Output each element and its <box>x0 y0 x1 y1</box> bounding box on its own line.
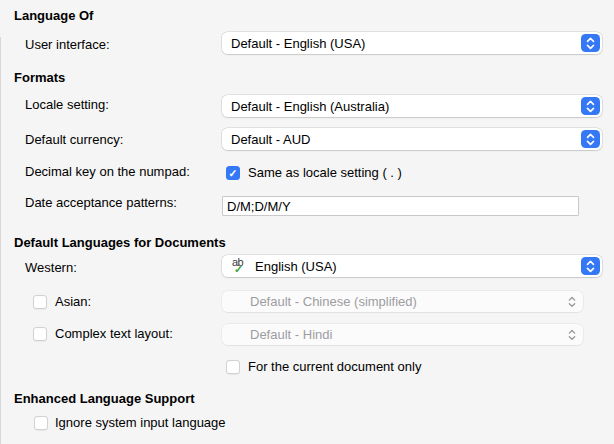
ignore-system-input-checkbox[interactable] <box>34 416 48 430</box>
user-interface-select[interactable]: Default - English (USA) <box>222 32 602 54</box>
current-document-only-checkbox[interactable] <box>226 360 240 374</box>
complex-text-layout-select: Default - Hindi <box>222 324 583 345</box>
chevron-up-down-icon <box>581 257 600 275</box>
section-heading-formats: Formats <box>14 70 65 85</box>
default-currency-select[interactable]: Default - AUD <box>222 128 602 150</box>
section-heading-language-of: Language Of <box>14 8 93 23</box>
section-heading-enhanced-language-support: Enhanced Language Support <box>14 391 195 406</box>
complex-text-layout-label: Complex text layout: <box>55 326 173 341</box>
decimal-key-label: Decimal key on the numpad: <box>25 164 190 179</box>
complex-text-layout-checkbox[interactable] <box>33 327 47 341</box>
same-as-locale-label: Same as locale setting ( . ) <box>248 165 402 180</box>
default-currency-label: Default currency: <box>25 132 123 147</box>
user-interface-select-value: Default - English (USA) <box>231 36 365 51</box>
current-document-only-label: For the current document only <box>248 359 421 374</box>
abc-spellcheck-icon: ab ✓ <box>231 258 249 275</box>
chevron-up-down-icon <box>562 326 581 343</box>
chevron-up-down-icon <box>562 293 581 310</box>
locale-setting-label: Locale setting: <box>25 97 109 112</box>
asian-select-value: Default - Chinese (simplified) <box>250 294 417 309</box>
complex-text-layout-select-value: Default - Hindi <box>250 327 332 342</box>
western-label: Western: <box>25 260 77 275</box>
chevron-up-down-icon <box>581 97 600 115</box>
chevron-up-down-icon <box>581 130 600 148</box>
panel-left-border <box>0 37 1 444</box>
default-currency-select-value: Default - AUD <box>231 132 310 147</box>
western-select[interactable]: ab ✓ English (USA) <box>222 255 602 277</box>
date-patterns-input[interactable] <box>222 196 579 216</box>
locale-setting-select[interactable]: Default - English (Australia) <box>222 95 602 117</box>
asian-select: Default - Chinese (simplified) <box>222 291 583 312</box>
user-interface-label: User interface: <box>25 37 110 52</box>
asian-label: Asian: <box>55 294 91 309</box>
chevron-up-down-icon <box>581 34 600 52</box>
ignore-system-input-label: Ignore system input language <box>55 415 226 430</box>
section-heading-default-languages: Default Languages for Documents <box>14 235 226 250</box>
same-as-locale-checkbox[interactable] <box>226 166 240 180</box>
asian-checkbox[interactable] <box>33 295 47 309</box>
western-select-value: English (USA) <box>255 259 337 274</box>
date-patterns-label: Date acceptance patterns: <box>25 195 177 210</box>
locale-setting-select-value: Default - English (Australia) <box>231 99 389 114</box>
